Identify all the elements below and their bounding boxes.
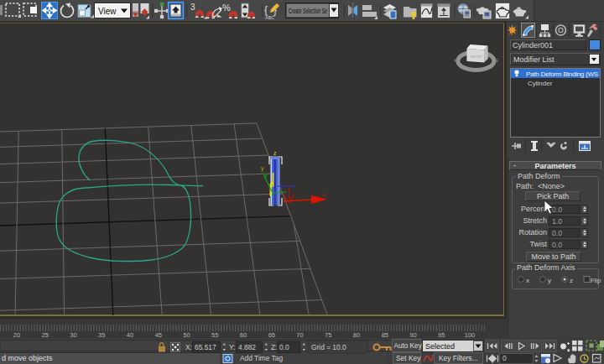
- svg-text:Selected: Selected: [425, 342, 455, 351]
- svg-text:Z:: Z:: [271, 343, 277, 351]
- svg-text:Auto Key: Auto Key: [394, 342, 423, 350]
- svg-text:Key Filters...: Key Filters...: [439, 354, 478, 362]
- svg-text:0.0: 0.0: [279, 343, 289, 351]
- svg-text:3: 3: [190, 3, 195, 12]
- svg-text:z: z: [570, 277, 573, 284]
- svg-text:Create Selection Se: Create Selection Se: [289, 7, 327, 15]
- svg-text:z: z: [273, 150, 277, 156]
- svg-text:y: y: [548, 277, 551, 284]
- svg-text:View: View: [98, 7, 117, 16]
- svg-text:ABC: ABC: [265, 15, 274, 20]
- svg-text:Y:: Y:: [229, 343, 235, 351]
- svg-text:Grid = 10.0: Grid = 10.0: [311, 343, 346, 351]
- svg-text:y: y: [261, 165, 264, 172]
- svg-text:Flip: Flip: [591, 277, 601, 284]
- svg-text:FRONT: FRONT: [471, 55, 482, 59]
- svg-text:x: x: [526, 277, 529, 284]
- svg-text:d move objects: d move objects: [2, 354, 53, 362]
- svg-text:S: S: [474, 69, 476, 73]
- svg-text:65.517: 65.517: [195, 343, 216, 351]
- svg-text:Set Key: Set Key: [396, 354, 421, 362]
- svg-text:4.882: 4.882: [238, 343, 256, 351]
- svg-text:%: %: [222, 3, 231, 13]
- svg-text:Add Time Tag: Add Time Tag: [240, 354, 283, 362]
- svg-text:0: 0: [502, 354, 507, 362]
- svg-text:X:: X:: [185, 343, 192, 351]
- svg-text:E: E: [496, 59, 498, 63]
- svg-text:x: x: [323, 192, 325, 197]
